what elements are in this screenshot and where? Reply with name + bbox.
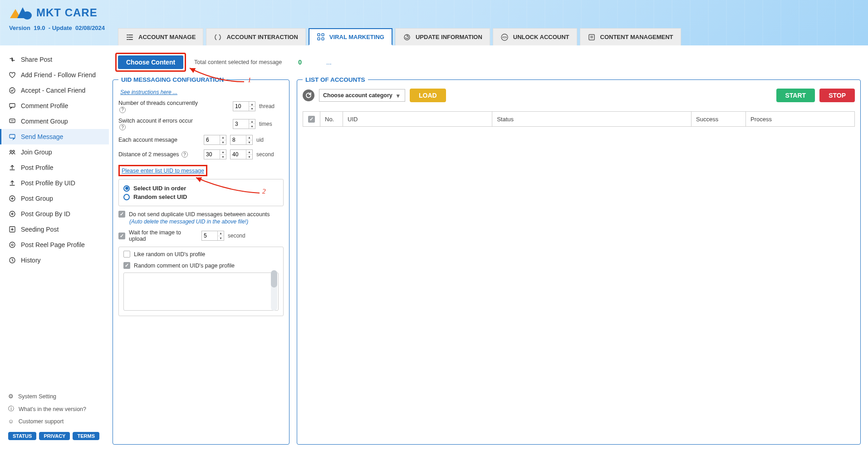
chevron-down-icon: ▾ (394, 92, 402, 99)
sidebar-item-post-group-id[interactable]: Post Group By ID (0, 206, 109, 222)
sidebar-item-comment-group[interactable]: Comment Group (0, 114, 109, 129)
scrollbar[interactable] (271, 270, 277, 311)
sidebar-item-accept-cancel[interactable]: Accept - Cancel Friend (0, 83, 109, 98)
badge-terms[interactable]: TERMS (73, 432, 99, 440)
enter-uid-link[interactable]: Please enter list UID to message (122, 168, 204, 174)
auto-delete-note: (Auto delete the messaged UID in the abo… (129, 218, 284, 225)
sidebar-item-post-group[interactable]: Post Group (0, 191, 109, 206)
row-threads: Number of threads concurrently ? ▲▼ thre… (118, 100, 284, 113)
sidebar: Share Post Add Friend - Follow Friend Ac… (0, 45, 109, 451)
sidebar-item-share-post[interactable]: Share Post (0, 52, 109, 67)
accounts-legend: LIST OF ACCOUNTS (303, 76, 368, 83)
svg-point-12 (10, 150, 12, 152)
wait-upload-spinner[interactable]: ▲▼ (201, 231, 224, 241)
refresh-button[interactable] (303, 89, 314, 101)
like-random-checkbox[interactable] (123, 251, 130, 258)
row-no-duplicate: Do not send duplicate UID messages betwe… (118, 211, 284, 218)
sidebar-footer: ⚙ System Setting ⓘ What's in the new ver… (0, 386, 109, 445)
radio-select-in-order[interactable]: Select UID in order (123, 185, 279, 192)
distance-to-spinner[interactable]: ▲▼ (230, 149, 253, 159)
accounts-toolbar: Choose account category ▾ LOAD START STO… (303, 89, 855, 102)
comment-group-icon (8, 117, 16, 125)
tab-viral-marketing[interactable]: VIRAL MARKETING (309, 28, 392, 45)
svg-point-13 (13, 150, 15, 152)
row-distance: Distance of 2 messages ? ▲▼ ▲▼ second (118, 149, 284, 159)
sidebar-item-post-reel[interactable]: Post Reel Page Profile (0, 237, 109, 253)
row-wait-upload: Wait for the image to upload ▲▼ second (118, 229, 284, 242)
wait-upload-checkbox[interactable] (118, 233, 125, 239)
sidebar-item-post-profile[interactable]: Post Profile (0, 160, 109, 175)
unlock-icon (500, 33, 509, 41)
threads-spinner[interactable]: ▲▼ (233, 101, 255, 111)
grid-icon (317, 33, 325, 41)
distance-from-spinner[interactable]: ▲▼ (204, 149, 226, 159)
accounts-panel: LIST OF ACCOUNTS Choose account category… (297, 76, 861, 445)
group-icon (8, 148, 16, 156)
version-line: Version 19.0 - Update 02/08/2024 (9, 25, 105, 31)
col-process: Process (746, 112, 855, 127)
top-tabs: ACCOUNT MANAGE ACCOUNT INTERACTION VIRAL… (118, 28, 681, 45)
accounts-table: No. UID Status Success Process (303, 111, 855, 127)
no-duplicate-checkbox[interactable] (118, 211, 125, 218)
link-system-setting[interactable]: ⚙ System Setting (8, 390, 101, 402)
support-icon: ☺ (8, 418, 14, 425)
select-all-checkbox[interactable] (308, 116, 315, 123)
svg-point-17 (10, 242, 15, 248)
switch-errors-spinner[interactable]: ▲▼ (233, 119, 255, 129)
logo-icon (9, 5, 33, 20)
sidebar-item-add-friend[interactable]: Add Friend - Follow Friend (0, 67, 109, 83)
choose-content-button[interactable]: Choose Content (118, 55, 183, 69)
radio-random-select[interactable]: Random select UID (123, 193, 279, 200)
link-whats-new[interactable]: ⓘ What's in the new version? (8, 402, 101, 416)
svg-point-0 (23, 11, 32, 20)
col-status: Status (492, 112, 691, 127)
sidebar-item-seeding-post[interactable]: Seeding Post (0, 222, 109, 237)
each-msg-to-spinner[interactable]: ▲▼ (230, 135, 253, 145)
tab-unlock-account[interactable]: UNLOCK ACCOUNT (493, 28, 577, 45)
uid-config-legend: UID MESSAGING CONFIGURATION (118, 76, 226, 83)
each-msg-from-spinner[interactable]: ▲▼ (204, 135, 226, 145)
tab-account-interaction[interactable]: ACCOUNT INTERACTION (206, 28, 305, 45)
send-message-icon (8, 133, 16, 141)
random-comment-checkbox[interactable] (123, 262, 130, 269)
sidebar-item-join-group[interactable]: Join Group (0, 144, 109, 160)
sidebar-item-history[interactable]: History (0, 253, 109, 268)
interaction-icon (214, 33, 222, 41)
tab-account-manage[interactable]: ACCOUNT MANAGE (118, 28, 203, 45)
account-category-select[interactable]: Choose account category ▾ (319, 89, 405, 102)
post-group-icon (8, 194, 16, 203)
share-icon (8, 55, 16, 64)
start-button[interactable]: START (776, 89, 815, 102)
topline: Choose Content Total content selected fo… (113, 50, 861, 76)
svg-rect-7 (589, 35, 594, 40)
uid-order-radio-box: Select UID in order Random select UID 2 (118, 179, 284, 206)
row-switch-account: Switch account if errors occur ? ▲▼ time… (118, 118, 284, 131)
svg-point-18 (11, 244, 13, 246)
help-icon[interactable]: ? (119, 124, 126, 130)
sidebar-item-post-profile-uid[interactable]: Post Profile By UID (0, 175, 109, 191)
load-button[interactable]: LOAD (410, 89, 446, 102)
badge-status[interactable]: STATUS (8, 432, 36, 440)
check-user-icon (8, 86, 16, 94)
row-like-random: Like random on UID's profile (123, 251, 279, 258)
sidebar-item-comment-profile[interactable]: Comment Profile (0, 98, 109, 114)
instructions-link[interactable]: See instructions here ... (118, 89, 177, 95)
stop-button[interactable]: STOP (819, 89, 855, 102)
col-success: Success (691, 112, 746, 127)
svg-rect-11 (10, 134, 15, 138)
heart-plus-icon (8, 71, 16, 79)
sidebar-item-send-message[interactable]: Send Message (0, 129, 109, 144)
row-random-comment: Random comment on UID's page profile (123, 262, 279, 269)
link-customer-support[interactable]: ☺ Customer support (8, 416, 101, 427)
svg-rect-4 (322, 38, 324, 40)
info-icon: ⓘ (8, 405, 14, 413)
comment-textarea[interactable] (123, 273, 279, 311)
tab-content-management[interactable]: CONTENT MANAGEMENT (580, 28, 681, 45)
help-icon[interactable]: ? (181, 151, 188, 158)
upload-icon (8, 164, 16, 172)
help-icon[interactable]: ? (119, 107, 126, 113)
scrollbar-thumb[interactable] (271, 270, 277, 287)
tab-update-information[interactable]: UPDATE INFORMATION (395, 28, 490, 45)
badge-privacy[interactable]: PRIVACY (39, 432, 70, 440)
svg-rect-2 (322, 34, 324, 36)
